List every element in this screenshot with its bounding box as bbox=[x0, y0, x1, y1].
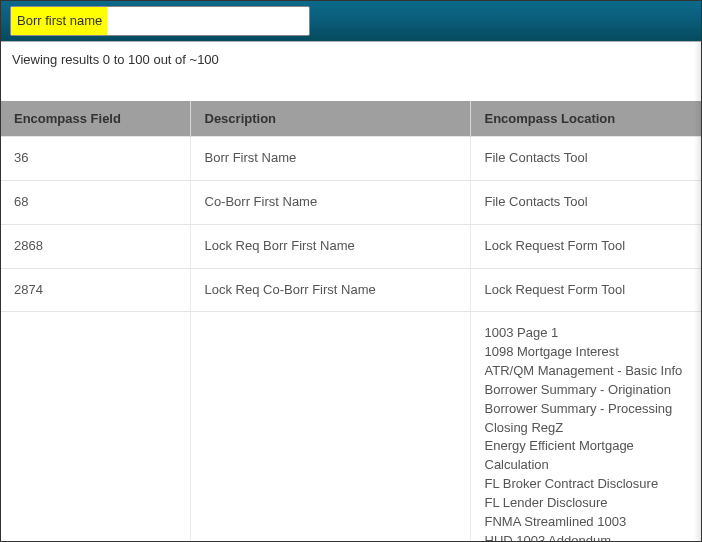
cell-encompass-field: 2868 bbox=[0, 224, 190, 268]
results-table-wrapper: Encompass Field Description Encompass Lo… bbox=[0, 101, 702, 542]
cell-encompass-location: Lock Request Form Tool bbox=[470, 268, 702, 312]
cell-encompass-location: File Contacts Tool bbox=[470, 180, 702, 224]
table-row[interactable]: 4000Borr First Name1003 Page 11098 Mortg… bbox=[0, 312, 702, 542]
header-bar bbox=[0, 0, 702, 42]
location-line: FL Lender Disclosure bbox=[485, 494, 689, 513]
table-row[interactable]: 36Borr First NameFile Contacts Tool bbox=[0, 137, 702, 181]
cell-description: Lock Req Borr First Name bbox=[190, 224, 470, 268]
col-header-field[interactable]: Encompass Field bbox=[0, 101, 190, 137]
cell-encompass-field: 4000 bbox=[0, 312, 190, 542]
col-header-description[interactable]: Description bbox=[190, 101, 470, 137]
cell-encompass-location: Lock Request Form Tool bbox=[470, 224, 702, 268]
location-line: ATR/QM Management - Basic Info bbox=[485, 362, 689, 381]
cell-description: Lock Req Co-Borr First Name bbox=[190, 268, 470, 312]
location-line: Closing RegZ bbox=[485, 419, 689, 438]
location-line: 1003 Page 1 bbox=[485, 324, 689, 343]
cell-encompass-field: 2874 bbox=[0, 268, 190, 312]
cell-description: Borr First Name bbox=[190, 312, 470, 542]
table-row[interactable]: 2868Lock Req Borr First NameLock Request… bbox=[0, 224, 702, 268]
cell-encompass-field: 68 bbox=[0, 180, 190, 224]
search-input-wrapper[interactable] bbox=[10, 6, 310, 36]
location-line: Energy Efficient Mortgage Calculation bbox=[485, 437, 689, 475]
results-table: Encompass Field Description Encompass Lo… bbox=[0, 101, 702, 542]
table-row[interactable]: 2874Lock Req Co-Borr First NameLock Requ… bbox=[0, 268, 702, 312]
cell-encompass-location: File Contacts Tool bbox=[470, 137, 702, 181]
cell-description: Co-Borr First Name bbox=[190, 180, 470, 224]
col-header-location[interactable]: Encompass Location bbox=[470, 101, 702, 137]
location-line: FL Broker Contract Disclosure bbox=[485, 475, 689, 494]
location-line: 1098 Mortgage Interest bbox=[485, 343, 689, 362]
location-line: HUD 1003 Addendum bbox=[485, 532, 689, 542]
results-count: Viewing results 0 to 100 out of ~100 bbox=[0, 42, 702, 73]
cell-encompass-field: 36 bbox=[0, 137, 190, 181]
cell-description: Borr First Name bbox=[190, 137, 470, 181]
location-line: Borrower Summary - Origination bbox=[485, 381, 689, 400]
location-line: Borrower Summary - Processing bbox=[485, 400, 689, 419]
search-input[interactable] bbox=[11, 7, 309, 35]
cell-encompass-location: 1003 Page 11098 Mortgage InterestATR/QM … bbox=[470, 312, 702, 542]
table-row[interactable]: 68Co-Borr First NameFile Contacts Tool bbox=[0, 180, 702, 224]
table-header-row: Encompass Field Description Encompass Lo… bbox=[0, 101, 702, 137]
location-line: FNMA Streamlined 1003 bbox=[485, 513, 689, 532]
